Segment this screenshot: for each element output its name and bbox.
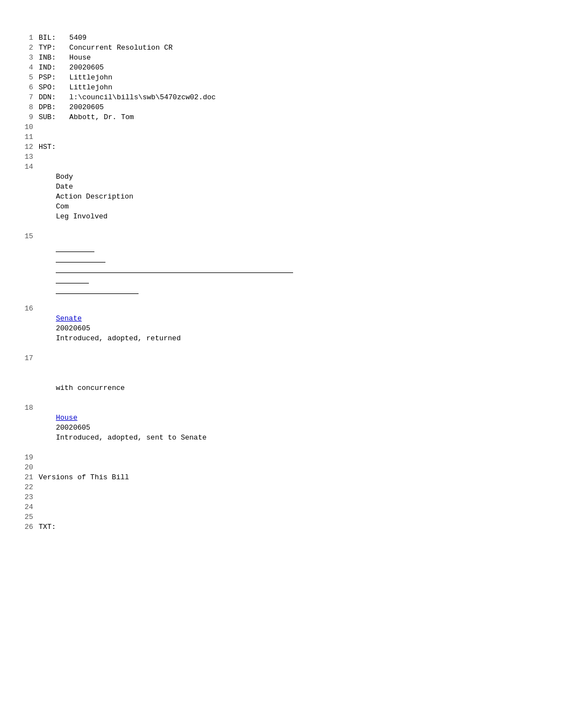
line-6: 6 SPO: Littlejohn [22,83,541,93]
psp-value: Littlejohn [70,73,113,83]
col-header-body: Body [56,172,94,182]
typ-label: TYP: [39,43,61,53]
senate-action-2: with concurrence [56,383,125,393]
line-22: 22 [22,483,541,493]
underline-body [56,242,94,252]
line-8: 8 DPB: 20020605 [22,103,541,113]
spo-value: Littlejohn [70,83,113,93]
line-25: 25 [22,512,541,522]
bil-value: 5409 [70,33,87,43]
txt-label: TXT: [39,523,56,531]
hst-label: HST: [39,143,56,151]
line-3: 3 INB: House [22,53,541,63]
bil-label: BIL: [39,33,61,43]
line-23: 23 [22,493,541,502]
line-9: 9 SUB: Abbott, Dr. Tom [22,113,541,122]
line-1: 1 BIL: 5409 [22,33,541,43]
underline-com [56,273,89,283]
spo-label: SPO: [39,83,61,93]
house-body-link[interactable]: House [56,413,94,423]
dpb-value: 20020605 [70,103,104,113]
line-26: 26 TXT: [22,522,541,532]
line-19: 19 [22,453,541,463]
col-header-com: Com [56,202,89,212]
line-21: 21 Versions of This Bill [22,473,541,483]
house-date: 20020605 [56,423,105,433]
line-20: 20 [22,463,541,473]
line-24: 24 [22,502,541,512]
line-13: 13 [22,152,541,162]
inb-value: House [70,53,91,63]
senate-body-link[interactable]: Senate [56,314,94,324]
typ-value: Concurrent Resolution CR [70,43,173,53]
line-2: 2 TYP: Concurrent Resolution CR [22,43,541,53]
ind-label: IND: [39,63,61,73]
house-action: Introduced, adopted, sent to Senate [56,433,206,443]
line-12: 12 HST: [22,142,541,152]
senate-date: 20020605 [56,324,105,334]
line-11: 11 [22,132,541,142]
underline-action [56,263,293,273]
senate-action-1: Introduced, adopted, returned [56,334,180,344]
line-5: 5 PSP: Littlejohn [22,73,541,83]
col-header-action: Action Description [56,192,293,202]
underline-date [56,252,105,263]
ddn-label: DDN: [39,93,61,103]
inb-label: INB: [39,53,61,63]
sub-label: SUB: [39,113,61,122]
psp-label: PSP: [39,73,61,83]
versions-label: Versions of This Bill [39,473,129,481]
line-10: 10 [22,122,541,132]
ddn-value: l:\council\bills\swb\5470zcw02.doc [70,93,216,103]
col-header-date: Date [56,182,105,192]
line-4: 4 IND: 20020605 [22,63,541,73]
line-16: 16 Senate 20020605 Introduced, adopted, … [22,304,541,354]
col-header-leg: Leg Involved [56,212,139,222]
line-7: 7 DDN: l:\council\bills\swb\5470zcw02.do… [22,93,541,103]
line-15: 15 [22,232,541,304]
line-18: 18 House 20020605 Introduced, adopted, s… [22,403,541,453]
dpb-label: DPB: [39,103,61,113]
underline-leg [56,283,139,294]
ind-value: 20020605 [70,63,104,73]
line-14: 14 Body Date Action Description Com Leg … [22,162,541,232]
sub-value: Abbott, Dr. Tom [70,113,134,122]
line-17: 17 with concurrence [22,354,541,403]
